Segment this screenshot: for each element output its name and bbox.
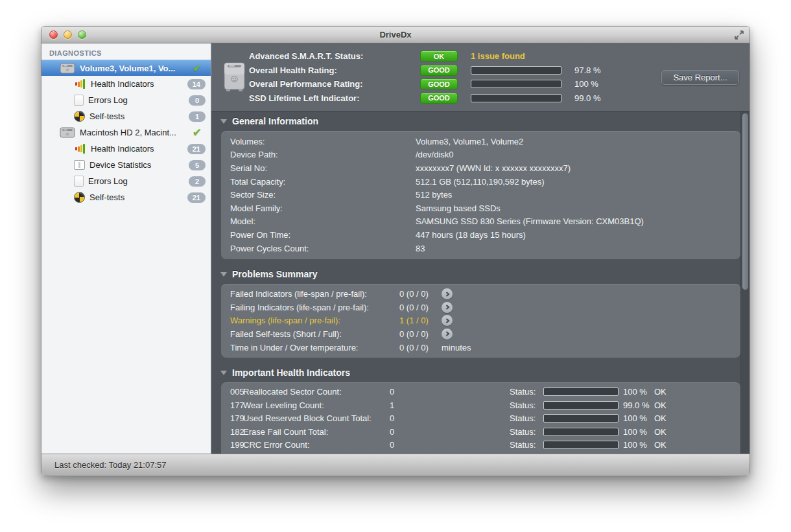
info-value: /dev/disk0 [416, 150, 454, 159]
indicator-id: 177 [221, 400, 243, 410]
sidebar-item-label: Volume3, Volume1, Vo... [80, 64, 193, 73]
problem-row: Failed Self-tests (Short / Full): 0 (0 /… [221, 327, 740, 341]
info-value: SAMSUNG SSD 830 Series (Firmware Version… [416, 216, 644, 226]
sidebar-item-volume3[interactable]: Volume3, Volume1, Vo... ✔ [41, 60, 211, 76]
indicator-name: Used Reserved Block Count Total: [243, 413, 390, 423]
sidebar-item-label: Self-tests [89, 111, 189, 121]
bar-chart-icon [74, 79, 86, 89]
health-indicator-row: 199 CRC Error Count: 0 Status: 100 % OK [221, 439, 740, 452]
info-value: 512.1 GB (512,110,190,592 bytes) [416, 177, 545, 187]
indicator-percent: 100 % [623, 427, 654, 437]
indicator-percent: 100 % [623, 387, 654, 397]
sidebar-item-self-tests-2[interactable]: Self-tests 21 [41, 189, 211, 205]
info-row: Volumes:Volume3, Volume1, Volume2 [221, 135, 740, 148]
smart-status-row: Advanced S.M.A.R.T. Status: OK 1 issue f… [249, 49, 600, 64]
indicator-value: 0 [390, 427, 510, 437]
info-label: Device Path: [221, 150, 416, 159]
indicator-bar [543, 401, 619, 410]
problem-row: Failing Indicators (life-span / pre-fail… [221, 301, 740, 314]
problem-row: Time in Under / Over temperature: 0 (0 /… [221, 341, 740, 354]
smart-summary-panel: Advanced S.M.A.R.T. Status: OK 1 issue f… [211, 43, 750, 111]
save-report-button[interactable]: Save Report... [661, 70, 739, 85]
detail-arrow-button[interactable] [442, 315, 453, 326]
problem-suffix: minutes [442, 343, 471, 353]
zoom-button[interactable] [78, 30, 86, 39]
info-value: xxxxxxxx7 (WWN Id: x xxxxxx xxxxxxxx7) [416, 163, 571, 173]
detail-arrow-button[interactable] [442, 329, 453, 340]
problems-summary-panel: Failed Indicators (life-span / pre-fail)… [221, 284, 740, 358]
ssd-lifetime-row: SSD Lifetime Left Indicator: GOOD 99.0 % [249, 91, 600, 106]
indicator-value: 0 [390, 387, 510, 397]
info-label: Volumes: [221, 137, 416, 146]
problem-label: Failing Indicators (life-span / pre-fail… [221, 303, 399, 312]
info-label: Serial No: [221, 163, 416, 173]
indicator-bar [543, 441, 619, 449]
sidebar-item-health-indicators-2[interactable]: Health Indicators 21 [41, 141, 211, 157]
indicator-status: OK [654, 427, 667, 437]
app-window: DriveDx DIAGNOSTICS Volume3, Volume1, Vo… [41, 26, 750, 476]
ssd-lifetime-label: SSD Lifetime Left Indicator: [249, 93, 407, 103]
smart-status-badge: OK [420, 51, 458, 62]
indicator-percent: 100 % [623, 440, 654, 450]
status-label: Status: [510, 400, 543, 410]
info-row: Power Cycles Count:83 [221, 242, 740, 255]
sidebar-item-health-indicators-1[interactable]: Health Indicators 14 [41, 76, 211, 92]
info-label: Total Capacity: [221, 177, 416, 187]
titlebar[interactable]: DriveDx [41, 27, 750, 43]
drive-icon-large [223, 62, 246, 92]
sidebar-item-macintosh-hd2[interactable]: Macintosh HD 2, Macint... ✔ [41, 124, 211, 141]
problem-value: 0 (0 / 0) [399, 303, 442, 312]
sidebar-item-label: Device Statistics [89, 160, 189, 170]
info-row: Serial No:xxxxxxxx7 (WWN Id: x xxxxxx xx… [221, 161, 740, 175]
section-title: Problems Summary [232, 269, 318, 279]
indicator-value: 1 [390, 400, 510, 410]
health-indicator-row: 179 Used Reserved Block Count Total: 0 S… [221, 412, 740, 426]
scrollbar-thumb[interactable] [742, 113, 748, 290]
info-value: 83 [416, 244, 425, 253]
health-indicator-row: 005 Reallocated Sector Count: 0 Status: … [221, 385, 740, 399]
details-scroll-area: General Information Volumes:Volume3, Vol… [211, 111, 750, 454]
section-header-health[interactable]: Important Health Indicators [211, 363, 740, 382]
fullscreen-icon[interactable] [734, 30, 744, 40]
ssd-lifetime-badge: GOOD [420, 93, 458, 104]
performance-rating-badge: GOOD [420, 78, 458, 89]
check-icon: ✔ [193, 62, 202, 75]
vertical-scrollbar[interactable] [740, 111, 750, 454]
sidebar-item-device-statistics[interactable]: Device Statistics 5 [41, 157, 211, 173]
health-indicator-row: 182 Erase Fail Count Total: 0 Status: 10… [221, 425, 740, 439]
window-title: DriveDx [41, 30, 750, 40]
ssd-lifetime-percent: 99.0 % [574, 93, 600, 103]
sidebar-item-errors-log-2[interactable]: Errors Log 2 [41, 173, 211, 189]
section-header-problems[interactable]: Problems Summary [211, 264, 740, 284]
indicator-id: 182 [221, 427, 243, 437]
info-label: Power On Time: [221, 230, 416, 240]
main-area: Advanced S.M.A.R.T. Status: OK 1 issue f… [211, 43, 750, 454]
performance-rating-bar [471, 80, 561, 88]
document-icon [74, 176, 84, 187]
indicator-name: Erase Fail Count Total: [243, 427, 390, 437]
sidebar-item-self-tests-1[interactable]: Self-tests 1 [41, 108, 211, 124]
info-value: Volume3, Volume1, Volume2 [416, 137, 523, 146]
close-button[interactable] [49, 30, 58, 39]
indicator-status: OK [654, 413, 667, 423]
section-header-general[interactable]: General Information [211, 111, 740, 131]
problem-label: Failed Indicators (life-span / pre-fail)… [221, 289, 399, 299]
drive-icon [60, 127, 75, 138]
count-badge: 21 [187, 192, 206, 203]
drive-icon [60, 63, 75, 74]
indicator-name: Reallocated Sector Count: [243, 387, 390, 397]
minimize-button[interactable] [64, 30, 72, 39]
detail-arrow-button[interactable] [442, 288, 453, 299]
performance-rating-label: Overall Performance Rating: [249, 79, 407, 89]
info-label: Power Cycles Count: [221, 244, 416, 253]
health-rating-row: Overall Health Rating: GOOD 97.8 % [249, 64, 600, 78]
problem-value: 0 (0 / 0) [399, 343, 442, 353]
detail-arrow-button[interactable] [442, 302, 453, 313]
general-information-panel: Volumes:Volume3, Volume1, Volume2 Device… [221, 131, 740, 259]
performance-rating-row: Overall Performance Rating: GOOD 100 % [249, 77, 600, 91]
bar-chart-icon [74, 144, 86, 154]
info-row: Device Path:/dev/disk0 [221, 148, 740, 162]
disclosure-triangle-icon [220, 371, 227, 375]
sidebar-item-errors-log-1[interactable]: Errors Log 0 [41, 92, 211, 108]
problem-label: Time in Under / Over temperature: [221, 343, 399, 353]
